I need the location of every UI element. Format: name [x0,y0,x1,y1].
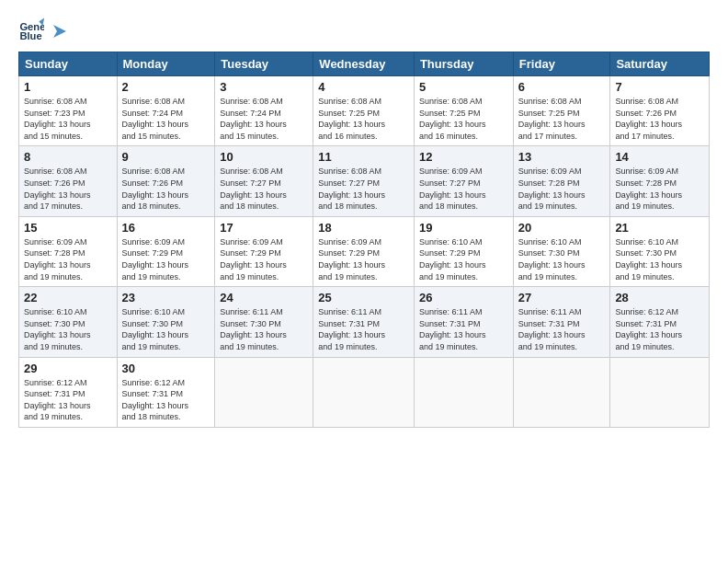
calendar-cell: 20 Sunrise: 6:10 AMSunset: 7:30 PMDaylig… [513,216,610,286]
day-number: 28 [615,291,704,304]
day-number: 8 [24,150,112,164]
calendar-cell: 9 Sunrise: 6:08 AMSunset: 7:26 PMDayligh… [117,146,215,216]
calendar-cell: 17 Sunrise: 6:09 AMSunset: 7:29 PMDaylig… [215,216,313,286]
calendar-cell: 18 Sunrise: 6:09 AMSunset: 7:29 PMDaylig… [313,216,415,286]
col-header-friday: Friday [513,52,610,76]
day-number: 25 [318,291,409,304]
day-info: Sunrise: 6:10 AMSunset: 7:30 PMDaylight:… [518,237,586,282]
calendar-cell: 8 Sunrise: 6:08 AMSunset: 7:26 PMDayligh… [19,146,118,216]
day-info: Sunrise: 6:09 AMSunset: 7:27 PMDaylight:… [419,167,486,211]
day-info: Sunrise: 6:08 AMSunset: 7:26 PMDaylight:… [615,97,682,141]
calendar-cell: 25 Sunrise: 6:11 AMSunset: 7:31 PMDaylig… [313,287,415,357]
day-info: Sunrise: 6:10 AMSunset: 7:29 PMDaylight:… [419,237,486,282]
calendar-cell: 3 Sunrise: 6:08 AMSunset: 7:24 PMDayligh… [215,76,313,146]
day-info: Sunrise: 6:08 AMSunset: 7:24 PMDaylight:… [220,97,287,141]
calendar-cell: 13 Sunrise: 6:09 AMSunset: 7:28 PMDaylig… [513,146,610,216]
day-number: 4 [318,80,409,94]
day-number: 27 [518,291,606,304]
day-number: 9 [122,150,210,164]
calendar-cell: 11 Sunrise: 6:08 AMSunset: 7:27 PMDaylig… [313,146,415,216]
calendar-week-row: 22 Sunrise: 6:10 AMSunset: 7:30 PMDaylig… [19,287,710,357]
day-info: Sunrise: 6:09 AMSunset: 7:29 PMDaylight:… [220,237,287,282]
calendar-cell: 24 Sunrise: 6:11 AMSunset: 7:30 PMDaylig… [215,287,313,357]
day-info: Sunrise: 6:08 AMSunset: 7:25 PMDaylight:… [419,97,486,141]
day-info: Sunrise: 6:08 AMSunset: 7:26 PMDaylight:… [24,167,91,211]
calendar-cell: 23 Sunrise: 6:10 AMSunset: 7:30 PMDaylig… [117,287,215,357]
calendar-cell: 4 Sunrise: 6:08 AMSunset: 7:25 PMDayligh… [313,76,415,146]
day-info: Sunrise: 6:09 AMSunset: 7:28 PMDaylight:… [518,167,586,211]
day-number: 19 [419,221,508,235]
day-number: 23 [122,291,210,304]
day-info: Sunrise: 6:09 AMSunset: 7:29 PMDaylight:… [318,237,385,282]
col-header-saturday: Saturday [610,52,710,76]
col-header-tuesday: Tuesday [215,52,313,76]
day-info: Sunrise: 6:08 AMSunset: 7:24 PMDaylight:… [122,97,189,141]
day-info: Sunrise: 6:10 AMSunset: 7:30 PMDaylight:… [24,307,91,351]
calendar-cell [414,357,513,427]
day-info: Sunrise: 6:11 AMSunset: 7:31 PMDaylight:… [318,307,385,351]
day-info: Sunrise: 6:08 AMSunset: 7:23 PMDaylight:… [24,97,91,141]
day-info: Sunrise: 6:08 AMSunset: 7:25 PMDaylight:… [518,97,586,141]
day-number: 3 [220,80,308,94]
day-info: Sunrise: 6:09 AMSunset: 7:29 PMDaylight:… [122,237,189,282]
calendar-cell: 12 Sunrise: 6:09 AMSunset: 7:27 PMDaylig… [414,146,513,216]
day-number: 1 [24,80,112,94]
day-info: Sunrise: 6:12 AMSunset: 7:31 PMDaylight:… [615,307,682,351]
calendar-cell [610,357,710,427]
calendar-cell: 26 Sunrise: 6:11 AMSunset: 7:31 PMDaylig… [414,287,513,357]
calendar-cell [313,357,415,427]
calendar-cell: 7 Sunrise: 6:08 AMSunset: 7:26 PMDayligh… [610,76,710,146]
day-number: 10 [220,150,308,164]
col-header-sunday: Sunday [19,52,118,76]
calendar-cell: 22 Sunrise: 6:10 AMSunset: 7:30 PMDaylig… [19,287,118,357]
calendar-cell: 16 Sunrise: 6:09 AMSunset: 7:29 PMDaylig… [117,216,215,286]
day-number: 21 [615,221,704,235]
day-number: 22 [24,291,112,304]
day-info: Sunrise: 6:08 AMSunset: 7:26 PMDaylight:… [122,167,189,211]
calendar-cell: 10 Sunrise: 6:08 AMSunset: 7:27 PMDaylig… [215,146,313,216]
day-info: Sunrise: 6:11 AMSunset: 7:31 PMDaylight:… [518,307,586,351]
day-info: Sunrise: 6:08 AMSunset: 7:27 PMDaylight:… [220,167,287,211]
logo: General Blue [18,17,66,42]
svg-text:Blue: Blue [19,30,41,41]
svg-marker-4 [53,25,66,38]
day-info: Sunrise: 6:11 AMSunset: 7:30 PMDaylight:… [220,307,287,351]
day-number: 18 [318,221,409,235]
calendar-cell: 1 Sunrise: 6:08 AMSunset: 7:23 PMDayligh… [19,76,118,146]
calendar-table: SundayMondayTuesdayWednesdayThursdayFrid… [18,52,710,428]
day-info: Sunrise: 6:12 AMSunset: 7:31 PMDaylight:… [122,378,189,422]
day-number: 13 [518,150,606,164]
day-info: Sunrise: 6:10 AMSunset: 7:30 PMDaylight:… [615,237,682,282]
day-number: 26 [419,291,508,304]
day-number: 11 [318,150,409,164]
col-header-thursday: Thursday [414,52,513,76]
calendar-cell: 14 Sunrise: 6:09 AMSunset: 7:28 PMDaylig… [610,146,710,216]
day-number: 14 [615,150,704,164]
calendar-week-row: 29 Sunrise: 6:12 AMSunset: 7:31 PMDaylig… [19,357,710,427]
calendar-cell: 6 Sunrise: 6:08 AMSunset: 7:25 PMDayligh… [513,76,610,146]
calendar-cell: 27 Sunrise: 6:11 AMSunset: 7:31 PMDaylig… [513,287,610,357]
day-number: 24 [220,291,308,304]
calendar-week-row: 1 Sunrise: 6:08 AMSunset: 7:23 PMDayligh… [19,76,710,146]
day-info: Sunrise: 6:08 AMSunset: 7:25 PMDaylight:… [318,97,385,141]
day-number: 29 [24,362,112,375]
calendar-cell: 29 Sunrise: 6:12 AMSunset: 7:31 PMDaylig… [19,357,118,427]
page: General Blue SundayMondayT [0,0,728,563]
calendar-header-row: SundayMondayTuesdayWednesdayThursdayFrid… [19,52,710,76]
day-number: 15 [24,221,112,235]
day-number: 16 [122,221,210,235]
calendar-cell: 21 Sunrise: 6:10 AMSunset: 7:30 PMDaylig… [610,216,710,286]
day-number: 6 [518,80,606,94]
calendar-cell [513,357,610,427]
header: General Blue [18,17,710,42]
calendar-cell: 19 Sunrise: 6:10 AMSunset: 7:29 PMDaylig… [414,216,513,286]
day-number: 7 [615,80,704,94]
calendar-cell: 2 Sunrise: 6:08 AMSunset: 7:24 PMDayligh… [117,76,215,146]
day-number: 20 [518,221,606,235]
calendar-cell: 28 Sunrise: 6:12 AMSunset: 7:31 PMDaylig… [610,287,710,357]
calendar-cell: 30 Sunrise: 6:12 AMSunset: 7:31 PMDaylig… [117,357,215,427]
calendar-cell: 5 Sunrise: 6:08 AMSunset: 7:25 PMDayligh… [414,76,513,146]
day-info: Sunrise: 6:11 AMSunset: 7:31 PMDaylight:… [419,307,486,351]
col-header-monday: Monday [117,52,215,76]
calendar-week-row: 8 Sunrise: 6:08 AMSunset: 7:26 PMDayligh… [19,146,710,216]
